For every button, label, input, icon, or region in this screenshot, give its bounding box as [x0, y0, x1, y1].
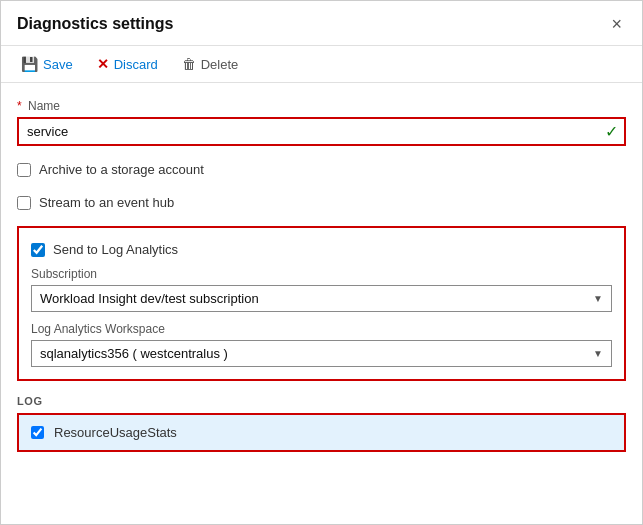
valid-check-icon: ✓	[605, 122, 624, 141]
subscription-label: Subscription	[31, 267, 612, 281]
send-to-log-analytics-label[interactable]: Send to Log Analytics	[53, 242, 178, 257]
discard-button[interactable]: ✕ Discard	[93, 54, 162, 74]
workspace-label: Log Analytics Workspace	[31, 322, 612, 336]
save-button[interactable]: 💾 Save	[17, 54, 77, 74]
log-analytics-section: Send to Log Analytics Subscription Workl…	[17, 226, 626, 381]
diagnostics-settings-dialog: Diagnostics settings × 💾 Save ✕ Discard …	[0, 0, 643, 525]
dialog-header: Diagnostics settings ×	[1, 1, 642, 46]
name-input-wrapper: ✓	[17, 117, 626, 146]
stream-label[interactable]: Stream to an event hub	[39, 195, 174, 210]
subscription-select-wrapper: Workload Insight dev/test subscription ▼	[31, 285, 612, 312]
archive-checkbox-row: Archive to a storage account	[17, 160, 626, 179]
close-button[interactable]: ×	[607, 13, 626, 35]
resource-usage-stats-checkbox[interactable]	[31, 426, 44, 439]
name-field-label: * Name	[17, 99, 626, 113]
archive-checkbox[interactable]	[17, 163, 31, 177]
delete-label: Delete	[201, 57, 239, 72]
workspace-select-wrapper: sqlanalytics356 ( westcentralus ) ▼	[31, 340, 612, 367]
stream-event-hub-checkbox[interactable]	[17, 196, 31, 210]
log-table: ResourceUsageStats	[17, 413, 626, 452]
toolbar: 💾 Save ✕ Discard 🗑 Delete	[1, 46, 642, 83]
log-row: ResourceUsageStats	[19, 415, 624, 450]
archive-label[interactable]: Archive to a storage account	[39, 162, 204, 177]
discard-icon: ✕	[97, 56, 109, 72]
save-icon: 💾	[21, 56, 38, 72]
resource-usage-stats-label[interactable]: ResourceUsageStats	[54, 425, 177, 440]
name-field-group: * Name ✓	[17, 99, 626, 146]
required-indicator: *	[17, 99, 22, 113]
log-section: LOG ResourceUsageStats	[17, 395, 626, 452]
discard-label: Discard	[114, 57, 158, 72]
delete-icon: 🗑	[182, 56, 196, 72]
dialog-content: * Name ✓ Archive to a storage account St…	[1, 83, 642, 524]
send-to-log-analytics-checkbox[interactable]	[31, 243, 45, 257]
dialog-title: Diagnostics settings	[17, 15, 173, 33]
save-label: Save	[43, 57, 73, 72]
log-section-header: LOG	[17, 395, 626, 407]
subscription-select[interactable]: Workload Insight dev/test subscription	[32, 286, 585, 311]
send-to-log-analytics-row: Send to Log Analytics	[31, 240, 612, 259]
name-label-text: Name	[28, 99, 60, 113]
stream-checkbox-row: Stream to an event hub	[17, 193, 626, 212]
delete-button[interactable]: 🗑 Delete	[178, 54, 243, 74]
name-input[interactable]	[19, 119, 605, 144]
workspace-select[interactable]: sqlanalytics356 ( westcentralus )	[32, 341, 585, 366]
subscription-chevron-icon: ▼	[585, 293, 611, 304]
workspace-chevron-icon: ▼	[585, 348, 611, 359]
